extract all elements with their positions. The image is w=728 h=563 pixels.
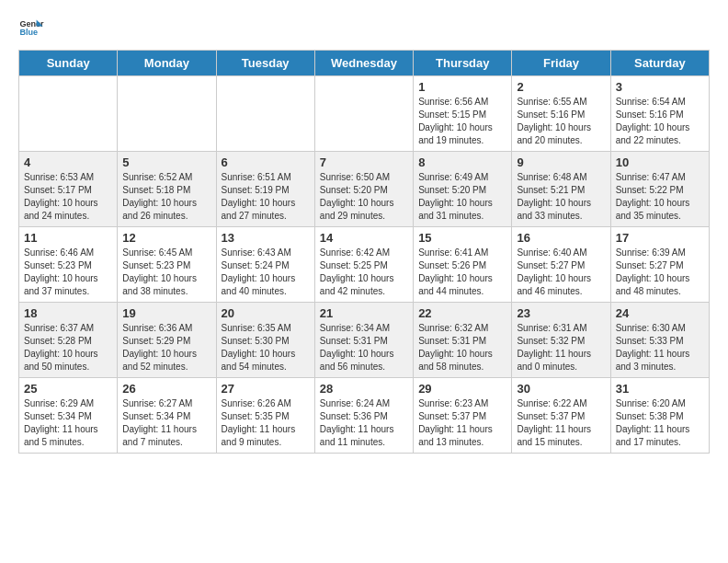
- calendar-cell: 9Sunrise: 6:48 AM Sunset: 5:21 PM Daylig…: [512, 152, 610, 227]
- day-info: Sunrise: 6:24 AM Sunset: 5:36 PM Dayligh…: [320, 397, 408, 449]
- day-number: 27: [222, 382, 310, 396]
- day-number: 4: [24, 155, 112, 169]
- day-number: 16: [517, 231, 605, 245]
- day-info: Sunrise: 6:46 AM Sunset: 5:23 PM Dayligh…: [24, 247, 112, 298]
- calendar-cell: 5Sunrise: 6:52 AM Sunset: 5:18 PM Daylig…: [118, 152, 216, 227]
- calendar-cell: 3Sunrise: 6:54 AM Sunset: 5:16 PM Daylig…: [610, 76, 709, 152]
- day-info: Sunrise: 6:29 AM Sunset: 5:34 PM Dayligh…: [24, 397, 112, 449]
- calendar-week-row: 1Sunrise: 6:56 AM Sunset: 5:15 PM Daylig…: [19, 76, 710, 152]
- day-number: 24: [616, 306, 704, 320]
- header-thursday: Thursday: [414, 51, 512, 76]
- calendar-cell: 25Sunrise: 6:29 AM Sunset: 5:34 PM Dayli…: [19, 378, 118, 454]
- calendar-cell: 29Sunrise: 6:23 AM Sunset: 5:37 PM Dayli…: [414, 378, 512, 454]
- day-number: 1: [418, 80, 506, 94]
- day-info: Sunrise: 6:27 AM Sunset: 5:34 PM Dayligh…: [122, 397, 210, 449]
- calendar-cell: 24Sunrise: 6:30 AM Sunset: 5:33 PM Dayli…: [610, 303, 709, 378]
- day-number: 22: [418, 306, 506, 320]
- day-info: Sunrise: 6:42 AM Sunset: 5:25 PM Dayligh…: [320, 247, 408, 298]
- day-info: Sunrise: 6:39 AM Sunset: 5:27 PM Dayligh…: [616, 247, 704, 298]
- calendar-cell: [216, 76, 314, 152]
- day-info: Sunrise: 6:49 AM Sunset: 5:20 PM Dayligh…: [418, 171, 506, 223]
- day-info: Sunrise: 6:50 AM Sunset: 5:20 PM Dayligh…: [320, 171, 408, 223]
- calendar-cell: [314, 76, 413, 152]
- calendar-cell: [19, 76, 118, 152]
- svg-text:Blue: Blue: [19, 28, 38, 37]
- logo: General Blue: [18, 15, 48, 40]
- day-info: Sunrise: 6:23 AM Sunset: 5:37 PM Dayligh…: [418, 397, 506, 449]
- day-number: 21: [320, 306, 408, 320]
- day-info: Sunrise: 6:47 AM Sunset: 5:22 PM Dayligh…: [616, 171, 704, 223]
- day-info: Sunrise: 6:31 AM Sunset: 5:32 PM Dayligh…: [517, 322, 605, 373]
- calendar-cell: 10Sunrise: 6:47 AM Sunset: 5:22 PM Dayli…: [610, 152, 709, 227]
- day-number: 10: [616, 155, 704, 169]
- svg-text:General: General: [19, 19, 44, 29]
- day-number: 5: [122, 155, 210, 169]
- day-info: Sunrise: 6:36 AM Sunset: 5:29 PM Dayligh…: [122, 322, 210, 373]
- day-number: 12: [122, 231, 210, 245]
- day-info: Sunrise: 6:35 AM Sunset: 5:30 PM Dayligh…: [222, 322, 310, 373]
- calendar-cell: 4Sunrise: 6:53 AM Sunset: 5:17 PM Daylig…: [19, 152, 118, 227]
- day-number: 23: [517, 306, 605, 320]
- day-number: 17: [616, 231, 704, 245]
- calendar-week-row: 25Sunrise: 6:29 AM Sunset: 5:34 PM Dayli…: [19, 378, 710, 454]
- day-number: 2: [517, 80, 605, 94]
- day-info: Sunrise: 6:43 AM Sunset: 5:24 PM Dayligh…: [222, 247, 310, 298]
- calendar-cell: 20Sunrise: 6:35 AM Sunset: 5:30 PM Dayli…: [216, 303, 314, 378]
- header-sunday: Sunday: [19, 51, 118, 76]
- day-info: Sunrise: 6:45 AM Sunset: 5:23 PM Dayligh…: [122, 247, 210, 298]
- calendar-cell: 7Sunrise: 6:50 AM Sunset: 5:20 PM Daylig…: [314, 152, 413, 227]
- day-number: 29: [418, 382, 506, 396]
- calendar-table: SundayMondayTuesdayWednesdayThursdayFrid…: [18, 50, 710, 454]
- calendar-cell: 12Sunrise: 6:45 AM Sunset: 5:23 PM Dayli…: [118, 227, 216, 303]
- day-number: 25: [24, 382, 112, 396]
- day-number: 15: [418, 231, 506, 245]
- calendar-cell: 31Sunrise: 6:20 AM Sunset: 5:38 PM Dayli…: [610, 378, 709, 454]
- day-info: Sunrise: 6:48 AM Sunset: 5:21 PM Dayligh…: [517, 171, 605, 223]
- calendar-cell: 1Sunrise: 6:56 AM Sunset: 5:15 PM Daylig…: [414, 76, 512, 152]
- day-info: Sunrise: 6:55 AM Sunset: 5:16 PM Dayligh…: [517, 96, 605, 147]
- day-info: Sunrise: 6:34 AM Sunset: 5:31 PM Dayligh…: [320, 322, 408, 373]
- calendar-cell: 11Sunrise: 6:46 AM Sunset: 5:23 PM Dayli…: [19, 227, 118, 303]
- day-number: 9: [517, 155, 605, 169]
- day-info: Sunrise: 6:51 AM Sunset: 5:19 PM Dayligh…: [222, 171, 310, 223]
- day-number: 19: [122, 306, 210, 320]
- day-number: 13: [222, 231, 310, 245]
- day-info: Sunrise: 6:22 AM Sunset: 5:37 PM Dayligh…: [517, 397, 605, 449]
- day-number: 14: [320, 231, 408, 245]
- day-info: Sunrise: 6:30 AM Sunset: 5:33 PM Dayligh…: [616, 322, 704, 373]
- calendar-cell: 17Sunrise: 6:39 AM Sunset: 5:27 PM Dayli…: [610, 227, 709, 303]
- calendar-cell: 28Sunrise: 6:24 AM Sunset: 5:36 PM Dayli…: [314, 378, 413, 454]
- header-monday: Monday: [118, 51, 216, 76]
- calendar-cell: 18Sunrise: 6:37 AM Sunset: 5:28 PM Dayli…: [19, 303, 118, 378]
- header-friday: Friday: [512, 51, 610, 76]
- day-number: 26: [122, 382, 210, 396]
- calendar-cell: 13Sunrise: 6:43 AM Sunset: 5:24 PM Dayli…: [216, 227, 314, 303]
- day-info: Sunrise: 6:32 AM Sunset: 5:31 PM Dayligh…: [418, 322, 506, 373]
- day-info: Sunrise: 6:41 AM Sunset: 5:26 PM Dayligh…: [418, 247, 506, 298]
- day-number: 11: [24, 231, 112, 245]
- day-number: 31: [616, 382, 704, 396]
- calendar-cell: 27Sunrise: 6:26 AM Sunset: 5:35 PM Dayli…: [216, 378, 314, 454]
- day-info: Sunrise: 6:52 AM Sunset: 5:18 PM Dayligh…: [122, 171, 210, 223]
- header-wednesday: Wednesday: [314, 51, 413, 76]
- calendar-week-row: 11Sunrise: 6:46 AM Sunset: 5:23 PM Dayli…: [19, 227, 710, 303]
- day-number: 3: [616, 80, 704, 94]
- day-info: Sunrise: 6:40 AM Sunset: 5:27 PM Dayligh…: [517, 247, 605, 298]
- calendar-header-row: SundayMondayTuesdayWednesdayThursdayFrid…: [19, 51, 710, 76]
- calendar-cell: 21Sunrise: 6:34 AM Sunset: 5:31 PM Dayli…: [314, 303, 413, 378]
- day-number: 18: [24, 306, 112, 320]
- day-info: Sunrise: 6:54 AM Sunset: 5:16 PM Dayligh…: [616, 96, 704, 147]
- day-info: Sunrise: 6:53 AM Sunset: 5:17 PM Dayligh…: [24, 171, 112, 223]
- day-info: Sunrise: 6:26 AM Sunset: 5:35 PM Dayligh…: [222, 397, 310, 449]
- calendar-cell: 23Sunrise: 6:31 AM Sunset: 5:32 PM Dayli…: [512, 303, 610, 378]
- calendar-cell: 26Sunrise: 6:27 AM Sunset: 5:34 PM Dayli…: [118, 378, 216, 454]
- calendar-cell: 8Sunrise: 6:49 AM Sunset: 5:20 PM Daylig…: [414, 152, 512, 227]
- day-number: 28: [320, 382, 408, 396]
- calendar-cell: 14Sunrise: 6:42 AM Sunset: 5:25 PM Dayli…: [314, 227, 413, 303]
- calendar-cell: 2Sunrise: 6:55 AM Sunset: 5:16 PM Daylig…: [512, 76, 610, 152]
- logo-icon: General Blue: [18, 15, 44, 40]
- calendar-cell: [118, 76, 216, 152]
- day-number: 6: [222, 155, 310, 169]
- calendar-cell: 30Sunrise: 6:22 AM Sunset: 5:37 PM Dayli…: [512, 378, 610, 454]
- day-info: Sunrise: 6:37 AM Sunset: 5:28 PM Dayligh…: [24, 322, 112, 373]
